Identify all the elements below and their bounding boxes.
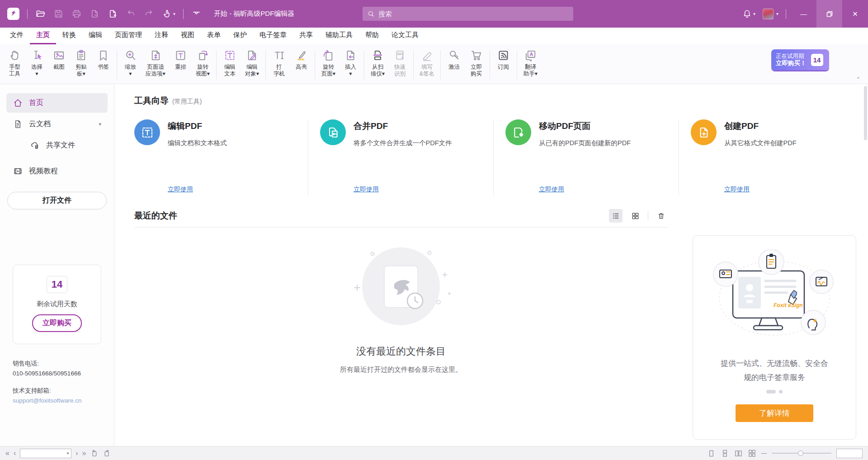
use-now-link[interactable]: 立即使用: [168, 185, 193, 194]
rotate-right-button[interactable]: [103, 449, 111, 458]
use-now-link[interactable]: 立即使用: [354, 185, 379, 194]
first-page-button[interactable]: «: [5, 450, 9, 457]
previous-page-button[interactable]: ‹: [14, 450, 16, 457]
open-file-button[interactable]: [35, 9, 46, 19]
hand-tool-dropdown-caret[interactable]: ▾: [173, 11, 175, 16]
toolbar-options-button[interactable]: [191, 9, 202, 19]
menu-protect[interactable]: 保护: [227, 31, 253, 44]
carousel-dot-active[interactable]: [766, 390, 776, 394]
learn-more-button[interactable]: 了解详情: [736, 404, 813, 422]
vertical-scrollbar[interactable]: [864, 86, 867, 444]
ribbon-button-typewriter[interactable]: 打 字机: [268, 46, 290, 84]
empty-description: 所有最近打开过的文件都会显示在这里。: [134, 365, 668, 374]
ribbon-button-translate-assistant[interactable]: 翻译 助手▾: [519, 46, 542, 84]
cloud-docs-caret[interactable]: ▾: [99, 121, 101, 127]
grid-view-button[interactable]: [628, 209, 642, 223]
menu-convert[interactable]: 转换: [56, 31, 82, 44]
ribbon-button-bookmark[interactable]: 书签: [92, 46, 114, 84]
ribbon-button-snapshot[interactable]: 截图: [48, 46, 70, 84]
ribbon-button-edit-object[interactable]: 编辑 对象▾: [241, 46, 263, 84]
support-email-link[interactable]: support@foxitsoftware.cn: [13, 396, 114, 406]
tool-card-create-pdf[interactable]: 创建PDF 从其它格式文件创建PDF 立即使用: [679, 119, 864, 195]
sidebar-item-video-tutorials[interactable]: 视频教程: [6, 161, 108, 181]
zoom-slider-handle[interactable]: [798, 451, 803, 456]
user-avatar[interactable]: [763, 9, 774, 19]
menu-file[interactable]: 文件: [4, 31, 30, 44]
notifications-caret[interactable]: ▾: [753, 11, 755, 16]
use-now-link[interactable]: 立即使用: [724, 185, 750, 194]
facing-continuous-view-button[interactable]: [748, 449, 756, 458]
ribbon-button-rotate-pages[interactable]: 旋转 页面▾: [317, 46, 340, 84]
menu-paper-tools[interactable]: 论文工具: [385, 31, 425, 44]
single-page-view-button[interactable]: [707, 449, 716, 458]
last-page-button[interactable]: »: [82, 450, 86, 457]
buy-now-button[interactable]: 立即购买: [32, 314, 82, 332]
ribbon-button-hand-tool[interactable]: 手型 工具: [4, 46, 26, 84]
ribbon-button-subscribe[interactable]: 订阅: [492, 46, 514, 84]
carousel-dot[interactable]: [779, 390, 783, 394]
ribbon-button-highlight[interactable]: 高亮: [290, 46, 312, 84]
menu-comment[interactable]: 注释: [148, 31, 175, 44]
ribbon-button-buy-now[interactable]: 立即 购买: [465, 46, 487, 84]
sidebar-item-shared-files[interactable]: 共享文件: [24, 136, 108, 155]
sidebar-item-cloud-docs[interactable]: 云文档 ▾: [6, 114, 108, 134]
search-input[interactable]: [378, 10, 569, 18]
tool-card-merge-pdf[interactable]: 合并PDF 将多个文件合并生成一个PDF文件 立即使用: [308, 119, 493, 195]
ribbon-button-fit-page[interactable]: 页面适 应选项▾: [142, 46, 170, 84]
print-button[interactable]: [71, 9, 82, 19]
zoom-slider[interactable]: [772, 450, 831, 456]
collapse-ribbon-icon[interactable]: ⌃: [856, 76, 861, 83]
menu-accessibility[interactable]: 辅助工具: [319, 31, 359, 44]
page-number-box[interactable]: ▾: [20, 449, 71, 458]
ribbon-button-fill-sign[interactable]: 填写 &签名: [416, 46, 438, 84]
menu-esign[interactable]: 电子签章: [253, 31, 293, 44]
menu-share[interactable]: 共享: [293, 31, 319, 44]
menu-page-management[interactable]: 页面管理: [108, 31, 148, 44]
sidebar-item-home[interactable]: 首页: [6, 93, 108, 113]
ribbon-button-reflow[interactable]: 重排: [170, 46, 192, 84]
ribbon-button-rotate-view[interactable]: 旋转 视图▾: [192, 46, 214, 84]
menu-edit[interactable]: 编辑: [82, 31, 108, 44]
list-view-button[interactable]: [609, 209, 623, 223]
undo-button[interactable]: [126, 9, 136, 19]
account-caret[interactable]: ▾: [776, 11, 778, 16]
minimize-button[interactable]: —: [791, 0, 816, 28]
ribbon-button-quick-ocr[interactable]: 快速 识别: [389, 46, 411, 84]
close-button[interactable]: ✕: [842, 0, 868, 28]
ribbon-button-clipboard[interactable]: 剪贴 板▾: [70, 46, 92, 84]
recent-files-section: 最近的文件: [134, 209, 668, 374]
trial-buy-badge[interactable]: 正在试用期 立即购买！ 14: [771, 49, 829, 70]
restore-button[interactable]: [816, 0, 842, 28]
zoom-out-button[interactable]: —: [761, 451, 767, 456]
ribbon-button-from-scanner[interactable]: 从扫 描仪▾: [367, 46, 389, 84]
page-number-input[interactable]: [23, 450, 66, 456]
hand-tool-quick-button[interactable]: ▾: [162, 9, 175, 19]
zoom-value-box[interactable]: [836, 449, 863, 458]
ribbon-button-zoom[interactable]: 缩放 ▾: [119, 46, 142, 84]
ribbon-button-select[interactable]: 选择 ▾: [26, 46, 48, 84]
redo-button[interactable]: [144, 9, 154, 19]
ribbon-button-edit-text[interactable]: 编辑 文本: [219, 46, 241, 84]
open-file-sidebar-button[interactable]: 打开文件: [7, 192, 107, 209]
insert-pages-button[interactable]: [108, 9, 118, 19]
menu-help[interactable]: 帮助: [359, 31, 385, 44]
search-box[interactable]: [363, 7, 573, 21]
next-page-button[interactable]: ›: [75, 450, 78, 457]
rotate-left-button[interactable]: [90, 449, 99, 458]
clear-recent-button[interactable]: [654, 209, 668, 223]
page-number-caret[interactable]: ▾: [67, 451, 69, 455]
ribbon-button-insert[interactable]: 插入 ▾: [340, 46, 362, 84]
tool-card-edit-pdf[interactable]: 编辑PDF 编辑文档和文本格式 立即使用: [134, 119, 308, 195]
scrollbar-thumb[interactable]: [864, 86, 867, 140]
menu-home[interactable]: 主页: [30, 31, 56, 44]
ribbon-button-activate[interactable]: 激活: [443, 46, 465, 84]
notifications-button[interactable]: ▾: [742, 9, 755, 19]
tool-card-move-pdf-pages[interactable]: 移动PDF页面 从已有的PDF页面创建新的PDF 立即使用: [493, 119, 679, 195]
use-now-link[interactable]: 立即使用: [539, 185, 564, 194]
delete-pages-button[interactable]: [90, 9, 100, 19]
facing-view-button[interactable]: [734, 449, 743, 458]
menu-view[interactable]: 视图: [175, 31, 201, 44]
menu-form[interactable]: 表单: [201, 31, 227, 44]
save-button[interactable]: [53, 9, 64, 19]
continuous-view-button[interactable]: [721, 449, 729, 458]
